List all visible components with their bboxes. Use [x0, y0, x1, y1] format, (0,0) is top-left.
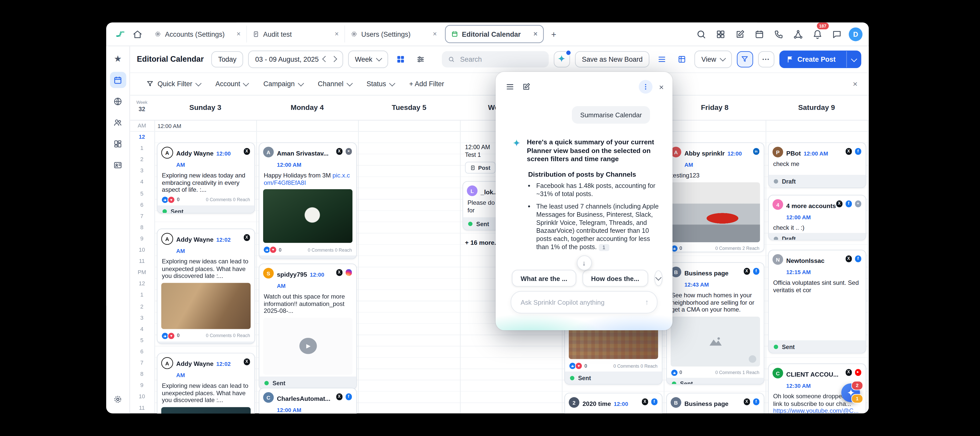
post-card[interactable]: A Abby sprinklr 12:00 AM testing123 0 0 …: [667, 142, 764, 252]
user-avatar[interactable]: D: [849, 27, 862, 41]
day-header-sunday[interactable]: Sunday 3: [154, 95, 256, 120]
campaign-filter-dropdown[interactable]: Campaign: [263, 80, 303, 87]
rail-calendar-icon[interactable]: [110, 72, 126, 88]
post-card[interactable]: C CharlesAutomat... 12:00 AM: [259, 388, 357, 413]
list-view-icon[interactable]: [655, 51, 670, 67]
close-icon[interactable]: ×: [659, 82, 664, 91]
media-card-icon[interactable]: [110, 157, 126, 173]
hamburger-menu-icon[interactable]: [506, 82, 514, 91]
tab-accounts-settings[interactable]: Accounts (Settings) ×: [149, 25, 246, 42]
search-icon[interactable]: [694, 27, 709, 41]
view-mode-dropdown[interactable]: Week: [348, 50, 388, 68]
suggestion-chip[interactable]: How does the...: [582, 270, 648, 287]
dashboard-icon[interactable]: [110, 135, 126, 152]
close-icon[interactable]: ×: [335, 30, 339, 38]
home-icon[interactable]: [130, 27, 145, 41]
quick-filter-dropdown[interactable]: Quick Filter: [146, 80, 200, 87]
assistant-launcher[interactable]: 2 1: [841, 384, 860, 402]
post-card[interactable]: A Addy Wayne 12:02 AM Exploring new idea…: [157, 228, 255, 344]
close-icon[interactable]: ×: [237, 30, 241, 38]
search-input[interactable]: [459, 55, 542, 63]
people-icon[interactable]: [110, 114, 126, 130]
view-dropdown[interactable]: View: [694, 50, 732, 68]
close-icon[interactable]: ×: [433, 30, 437, 38]
post-card[interactable]: B Business page 12:43 AM See how much ho…: [667, 262, 764, 385]
post-card[interactable]: B Business page 12:43 AM: [667, 393, 764, 413]
next-week-chevron-icon[interactable]: [331, 56, 337, 62]
post-card[interactable]: A Addy Wayne 12:02 AM Exploring new idea…: [157, 353, 255, 414]
prev-week-chevron-icon[interactable]: [322, 56, 328, 62]
settings-gear-icon[interactable]: [110, 391, 126, 407]
filter-button[interactable]: [737, 51, 753, 67]
tab-audit-test[interactable]: Audit test ×: [246, 25, 344, 42]
post-card[interactable]: 2 2020 time 12:00 AM: [564, 393, 662, 413]
post-card[interactable]: A Aman Srivastav... 12:00 AM Happy Holid…: [259, 142, 357, 259]
tab-users-settings[interactable]: Users (Settings) ×: [344, 25, 442, 42]
copilot-button[interactable]: [554, 51, 570, 67]
notifications-bell-icon[interactable]: 187: [810, 27, 825, 41]
post-text: Happy Holidays from 3M pic.x.com/F4Gf8Ef…: [259, 171, 356, 187]
x-channel-icon: [845, 368, 853, 376]
display-settings-sliders-icon[interactable]: [413, 51, 428, 67]
chat-icon[interactable]: [829, 27, 845, 41]
date-range-picker[interactable]: 03 - 09 August, 2025: [248, 50, 343, 68]
globe-icon[interactable]: [110, 93, 126, 109]
post-card[interactable]: N NewtonIssac 12:15 AM Officia voluptate…: [768, 250, 866, 354]
sent-status-dot: [774, 344, 778, 349]
suggestion-chip[interactable]: What are the ...: [512, 270, 576, 287]
show-more-link[interactable]: + 16 more...: [465, 239, 500, 246]
today-button[interactable]: Today: [211, 51, 243, 67]
more-options-icon[interactable]: [639, 80, 653, 94]
tab-editorial-calendar[interactable]: Editorial Calendar ×: [445, 25, 544, 43]
add-filter-button[interactable]: + Add Filter: [409, 80, 444, 87]
reactions-row: 0 0 Comments 2 Reach: [667, 244, 764, 252]
create-post-dropdown-chevron[interactable]: [846, 51, 861, 67]
copilot-summary-intro: Here's a quick summary of your current P…: [527, 138, 662, 163]
phone-icon[interactable]: [771, 27, 786, 41]
post-pill[interactable]: Post: [465, 162, 495, 174]
close-icon[interactable]: ×: [533, 30, 538, 38]
channel-filter-dropdown[interactable]: Channel: [318, 80, 352, 87]
board-view-icon[interactable]: [675, 51, 690, 67]
chips-expand-button[interactable]: [654, 270, 662, 286]
favorites-star-icon[interactable]: ★: [110, 51, 126, 67]
avatar: B: [671, 397, 681, 408]
post-link[interactable]: https://www.youtube.com/@C...: [773, 407, 859, 413]
calendar-grid-icon[interactable]: [393, 51, 408, 67]
apps-grid-icon[interactable]: [713, 27, 728, 41]
author-name: Abby sprinklr: [684, 150, 725, 157]
save-as-new-board-button[interactable]: Save as New Board: [575, 51, 649, 67]
post-card[interactable]: 4 4 more accounts 12:00 AM check it .. :…: [768, 195, 866, 241]
create-post-button[interactable]: Create Post: [780, 50, 861, 68]
copilot-panel: × Summarise Calendar Here's a quick summ…: [496, 72, 673, 330]
day-header-saturday[interactable]: Saturday 9: [765, 95, 867, 120]
reactions-row: ♥ 0 0 Comments 0 Reach: [158, 195, 255, 206]
post-time: 12:43 AM: [684, 282, 709, 288]
day-header-friday[interactable]: Friday 8: [664, 95, 765, 120]
new-tab-button[interactable]: +: [546, 27, 561, 41]
day-header-monday[interactable]: Monday 4: [256, 95, 358, 120]
calendar-icon[interactable]: [752, 27, 767, 41]
love-icon: ♥: [167, 332, 175, 339]
send-arrow-icon[interactable]: ↑: [645, 298, 649, 306]
copilot-input[interactable]: [519, 298, 645, 306]
post-card[interactable]: S spidyy795 12:00 AM Watch out this spac…: [259, 263, 357, 390]
post-card[interactable]: A Addy Wayne 12:00 AM Exploring new idea…: [157, 142, 255, 213]
more-options-button[interactable]: •••: [758, 51, 774, 67]
play-icon[interactable]: ▶: [299, 338, 317, 354]
like-icon: [162, 333, 168, 339]
compose-icon[interactable]: [732, 27, 748, 41]
search-box[interactable]: [442, 51, 549, 67]
clear-filters-close-icon[interactable]: ×: [853, 79, 858, 89]
status-filter-dropdown[interactable]: Status: [366, 80, 394, 87]
reactions-row: 0 0 Comments 1 Reach: [667, 368, 764, 377]
day-header-tuesday[interactable]: Tuesday 5: [358, 95, 460, 120]
summarise-calendar-chip[interactable]: Summarise Calendar: [572, 106, 650, 124]
citation-badge[interactable]: 1: [599, 244, 609, 251]
workflow-icon[interactable]: [791, 27, 806, 41]
account-filter-dropdown[interactable]: Account: [215, 80, 248, 87]
copilot-header: ×: [496, 72, 673, 94]
scroll-down-button[interactable]: ↓: [576, 255, 592, 271]
new-chat-compose-icon[interactable]: [522, 82, 531, 91]
post-card[interactable]: P PBot 12:00 AM check me Draft: [768, 142, 866, 188]
